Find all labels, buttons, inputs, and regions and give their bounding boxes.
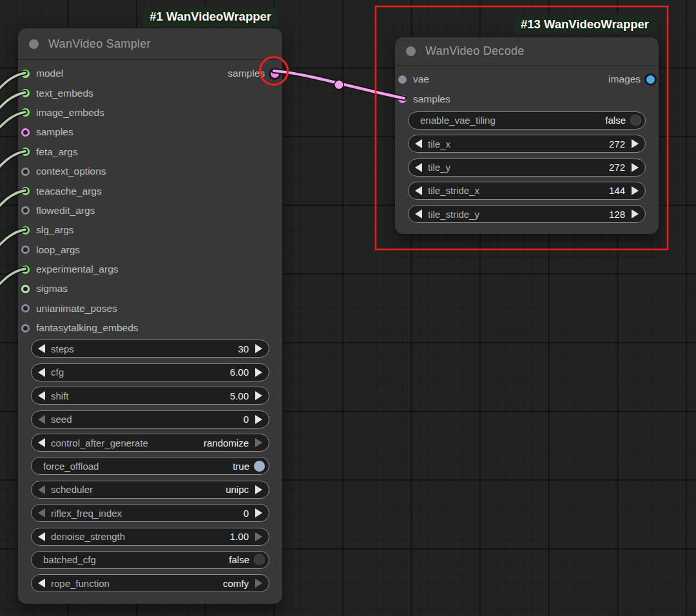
stepper-right-icon[interactable] [632,209,639,218]
wire-midpoint-dot[interactable] [334,80,343,89]
wire-shadow-samples-link [274,71,404,98]
widget-steps[interactable]: steps 30 [31,340,269,358]
stepper-right-icon[interactable] [255,368,262,377]
widget-value[interactable]: 1.00 [230,531,249,542]
widget-batched_cfg[interactable]: batched_cfg false [31,551,269,569]
widget-value[interactable]: randomize [204,438,249,448]
node-header[interactable]: WanVideo Sampler [18,28,282,60]
toggle-knob-icon[interactable] [254,461,265,472]
input-port-icon[interactable] [21,70,30,78]
input-port-icon[interactable] [21,187,30,195]
widget-seed[interactable]: seed 0 [31,410,269,428]
input-port-icon[interactable] [398,95,407,103]
node-id-badge: #1 WanVideoWrapper [142,7,278,26]
collapse-dot-icon[interactable] [29,39,39,49]
widget-section: enable_vae_tiling false tile_x 272 tile_… [395,109,659,224]
widget-value[interactable]: 272 [609,162,625,173]
input-slg_args: slg_args [18,220,282,240]
stepper-right-icon[interactable] [632,139,639,148]
widget-rope_function[interactable]: rope_function comfy [31,574,269,592]
stepper-left-icon[interactable] [38,485,45,494]
input-port-icon[interactable] [21,148,30,156]
input-port-icon[interactable] [21,285,30,293]
output-samples: samples [227,64,279,83]
input-port-icon[interactable] [21,245,30,254]
input-port-icon[interactable] [21,304,30,313]
widget-tile_stride_y[interactable]: tile_stride_y 128 [408,205,646,223]
widget-value[interactable]: 0 [244,414,249,425]
stepper-right-icon[interactable] [255,508,262,517]
output-port-icon[interactable] [646,75,655,84]
input-port-icon[interactable] [21,128,30,137]
stepper-left-icon[interactable] [38,508,45,517]
stepper-right-icon[interactable] [255,391,262,400]
stepper-right-icon[interactable] [255,438,262,447]
toggle-knob-icon[interactable] [630,115,641,126]
widget-section: steps 30 cfg 6.00 shift 5.00 seed 0 cont… [18,338,282,592]
stepper-left-icon[interactable] [415,139,422,148]
input-port-icon[interactable] [21,265,30,274]
collapse-dot-icon[interactable] [406,46,416,56]
widget-value[interactable]: 144 [609,185,625,196]
stepper-left-icon[interactable] [38,391,45,400]
stepper-left-icon[interactable] [415,163,422,172]
stepper-left-icon[interactable] [415,209,422,218]
widget-value[interactable]: comfy [223,578,249,589]
widget-cfg[interactable]: cfg 6.00 [31,363,269,381]
node-wanvideo-decode[interactable]: WanVideo Decode images vae samples enabl… [395,37,659,234]
stepper-right-icon[interactable] [255,485,262,494]
stepper-left-icon[interactable] [38,532,45,541]
widget-scheduler[interactable]: scheduler unipc [31,481,269,499]
node-wanvideo-sampler[interactable]: WanVideo Sampler samples model text_embe… [18,28,282,604]
stepper-right-icon[interactable] [255,344,262,353]
stepper-left-icon[interactable] [38,415,45,424]
stepper-right-icon[interactable] [632,163,639,172]
stepper-right-icon[interactable] [632,186,639,195]
widget-tile_stride_x[interactable]: tile_stride_x 144 [408,182,646,200]
widget-value[interactable]: unipc [226,484,249,495]
input-port-icon[interactable] [21,226,30,235]
stepper-right-icon[interactable] [255,415,262,424]
input-port-icon[interactable] [398,75,407,84]
input-port-label: feta_args [36,146,78,158]
widget-label: control_after_generate [51,438,204,448]
widget-enable_vae_tiling[interactable]: enable_vae_tiling false [408,111,646,130]
stepper-left-icon[interactable] [38,579,45,588]
widget-riflex_freq_index[interactable]: riflex_freq_index 0 [31,504,269,522]
stepper-right-icon[interactable] [255,579,262,588]
input-port-icon[interactable] [21,89,30,97]
input-port-label: flowedit_args [36,205,95,217]
node-graph-canvas[interactable]: #1 WanVideoWrapper #13 WanVideoWrapper W… [0,0,696,616]
stepper-right-icon[interactable] [255,532,262,541]
input-port-icon[interactable] [21,168,30,176]
output-port-icon[interactable] [271,70,279,78]
widget-shift[interactable]: shift 5.00 [31,387,269,405]
output-label: samples [227,68,265,79]
widget-value[interactable]: 5.00 [230,390,249,401]
node-header[interactable]: WanVideo Decode [395,37,659,66]
widget-value[interactable]: 30 [238,343,249,354]
stepper-left-icon[interactable] [415,186,422,195]
widget-tile_x[interactable]: tile_x 272 [408,135,646,153]
input-port-label: slg_args [36,224,74,236]
input-port-icon[interactable] [21,324,30,332]
input-port-label: experimental_args [36,264,119,275]
widget-control_after_generate[interactable]: control_after_generate randomize [31,434,269,452]
widget-label: tile_stride_x [428,185,609,196]
widget-value[interactable]: 6.00 [230,367,249,378]
input-port-label: fantasytalking_embeds [36,322,139,334]
stepper-left-icon[interactable] [38,344,45,353]
widget-tile_y[interactable]: tile_y 272 [408,159,646,177]
input-samples: samples [18,122,282,142]
stepper-left-icon[interactable] [38,438,45,447]
input-port-icon[interactable] [21,206,30,215]
stepper-left-icon[interactable] [38,368,45,377]
widget-value[interactable]: 128 [609,209,625,220]
toggle-knob-icon[interactable] [254,554,265,565]
widget-value[interactable]: 272 [609,139,625,149]
widget-value[interactable]: 0 [244,508,249,519]
widget-denoise_strength[interactable]: denoise_strength 1.00 [31,528,269,546]
input-port-icon[interactable] [21,108,30,117]
widget-force_offload[interactable]: force_offload true [31,457,269,475]
input-port-label: loop_args [36,244,80,256]
